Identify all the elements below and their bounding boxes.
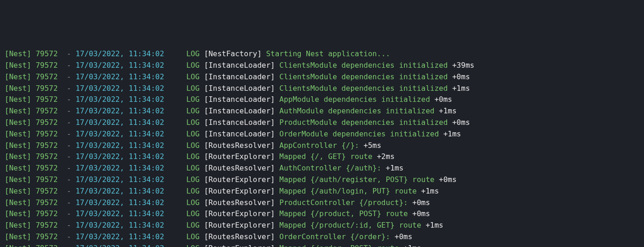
log-context: [RouterExplorer] [204, 244, 275, 247]
log-timestamp: 17/03/2022, 11:34:02 [75, 175, 164, 184]
log-level: LOG [186, 129, 200, 138]
log-timestamp: 17/03/2022, 11:34:02 [75, 106, 164, 115]
log-timestamp: 17/03/2022, 11:34:02 [75, 209, 164, 218]
log-line: [Nest] 79572 - 17/03/2022, 11:34:02 LOG … [5, 140, 639, 152]
log-timestamp: 17/03/2022, 11:34:02 [75, 84, 164, 93]
log-line: [Nest] 79572 - 17/03/2022, 11:34:02 LOG … [5, 231, 639, 243]
log-level: LOG [186, 198, 200, 207]
log-framework-tag: [Nest] [5, 49, 31, 58]
log-timing: +0ms [452, 118, 470, 127]
log-message: ClientsModule dependencies initialized [279, 61, 448, 70]
log-level: LOG [186, 164, 200, 172]
log-context: [RoutesResolver] [204, 141, 275, 150]
log-timing: +1ms [421, 187, 439, 195]
log-timestamp: 17/03/2022, 11:34:02 [75, 61, 164, 70]
log-message: Mapped {/order, POST} route [279, 244, 399, 247]
log-context: [RoutesResolver] [204, 164, 275, 172]
log-context: [InstanceLoader] [204, 95, 275, 104]
log-context: [InstanceLoader] [204, 72, 275, 81]
log-message: OrderController {/order}: [279, 232, 390, 241]
log-pid: 79572 [35, 61, 58, 70]
log-message: Mapped {/product/:id, GET} route [279, 221, 421, 229]
log-context: [InstanceLoader] [204, 118, 275, 127]
log-context: [InstanceLoader] [204, 106, 275, 115]
log-timing: +0ms [439, 175, 457, 184]
log-message: Starting Nest application... [266, 49, 390, 58]
log-context: [InstanceLoader] [204, 129, 275, 138]
log-pid: 79572 [35, 198, 58, 207]
log-timing: +0ms [412, 198, 430, 207]
log-separator: - [67, 95, 71, 104]
log-level: LOG [186, 106, 200, 115]
log-line: [Nest] 79572 - 17/03/2022, 11:34:02 LOG … [5, 197, 639, 209]
log-separator: - [67, 164, 71, 172]
log-framework-tag: [Nest] [5, 61, 31, 70]
log-level: LOG [186, 118, 200, 127]
log-line: [Nest] 79572 - 17/03/2022, 11:34:02 LOG … [5, 220, 639, 231]
log-message: Mapped {/auth/login, PUT} route [279, 187, 417, 195]
log-line: [Nest] 79572 - 17/03/2022, 11:34:02 LOG … [5, 208, 639, 220]
log-line: [Nest] 79572 - 17/03/2022, 11:34:02 LOG … [5, 94, 639, 106]
log-level: LOG [186, 72, 200, 81]
log-separator: - [67, 72, 71, 81]
log-framework-tag: [Nest] [5, 175, 31, 184]
log-timing: +0ms [395, 232, 413, 241]
log-level: LOG [186, 221, 200, 229]
log-timing: +1ms [403, 244, 421, 247]
log-line: [Nest] 79572 - 17/03/2022, 11:34:02 LOG … [5, 83, 639, 94]
log-framework-tag: [Nest] [5, 141, 31, 150]
log-timing: +0ms [412, 209, 430, 218]
log-message: AppController {/}: [279, 141, 359, 150]
log-pid: 79572 [35, 164, 58, 172]
log-timestamp: 17/03/2022, 11:34:02 [75, 164, 164, 172]
log-framework-tag: [Nest] [5, 72, 31, 81]
log-line: [Nest] 79572 - 17/03/2022, 11:34:02 LOG … [5, 60, 639, 71]
log-separator: - [67, 84, 71, 93]
log-timing: +1ms [426, 221, 443, 229]
log-framework-tag: [Nest] [5, 152, 31, 161]
log-line: [Nest] 79572 - 17/03/2022, 11:34:02 LOG … [5, 151, 639, 163]
log-framework-tag: [Nest] [5, 106, 31, 115]
log-line: [Nest] 79572 - 17/03/2022, 11:34:02 LOG … [5, 48, 639, 60]
log-level: LOG [186, 187, 200, 195]
log-pid: 79572 [35, 141, 58, 150]
log-separator: - [67, 175, 71, 184]
log-line: [Nest] 79572 - 17/03/2022, 11:34:02 LOG … [5, 243, 639, 247]
log-timestamp: 17/03/2022, 11:34:02 [75, 152, 164, 161]
log-message: OrderModule dependencies initialized [279, 129, 439, 138]
log-pid: 79572 [35, 49, 58, 58]
log-separator: - [67, 118, 71, 127]
log-timestamp: 17/03/2022, 11:34:02 [75, 95, 164, 104]
log-separator: - [67, 187, 71, 195]
log-timing: +1ms [443, 129, 461, 138]
log-pid: 79572 [35, 209, 58, 218]
log-separator: - [67, 129, 71, 138]
log-level: LOG [186, 95, 200, 104]
log-level: LOG [186, 141, 200, 150]
log-separator: - [67, 61, 71, 70]
log-separator: - [67, 106, 71, 115]
log-context: [RoutesResolver] [204, 232, 275, 241]
log-timing: +39ms [452, 61, 474, 70]
log-message: ProductController {/product}: [279, 198, 408, 207]
log-pid: 79572 [35, 84, 58, 93]
log-pid: 79572 [35, 232, 58, 241]
log-framework-tag: [Nest] [5, 118, 31, 127]
log-framework-tag: [Nest] [5, 209, 31, 218]
log-level: LOG [186, 209, 200, 218]
log-separator: - [67, 141, 71, 150]
log-context: [RouterExplorer] [204, 152, 275, 161]
log-timestamp: 17/03/2022, 11:34:02 [75, 118, 164, 127]
log-timing: +0ms [452, 72, 470, 81]
log-framework-tag: [Nest] [5, 221, 31, 229]
log-pid: 79572 [35, 187, 58, 195]
log-timing: +2ms [377, 152, 395, 161]
terminal-output: [Nest] 79572 - 17/03/2022, 11:34:02 LOG … [5, 48, 639, 247]
log-timestamp: 17/03/2022, 11:34:02 [75, 232, 164, 241]
log-context: [NestFactory] [204, 49, 262, 58]
log-message: ClientsModule dependencies initialized [279, 84, 448, 93]
log-line: [Nest] 79572 - 17/03/2022, 11:34:02 LOG … [5, 174, 639, 186]
log-timing: +1ms [452, 84, 470, 93]
log-timing: +5ms [363, 141, 381, 150]
log-pid: 79572 [35, 221, 58, 229]
